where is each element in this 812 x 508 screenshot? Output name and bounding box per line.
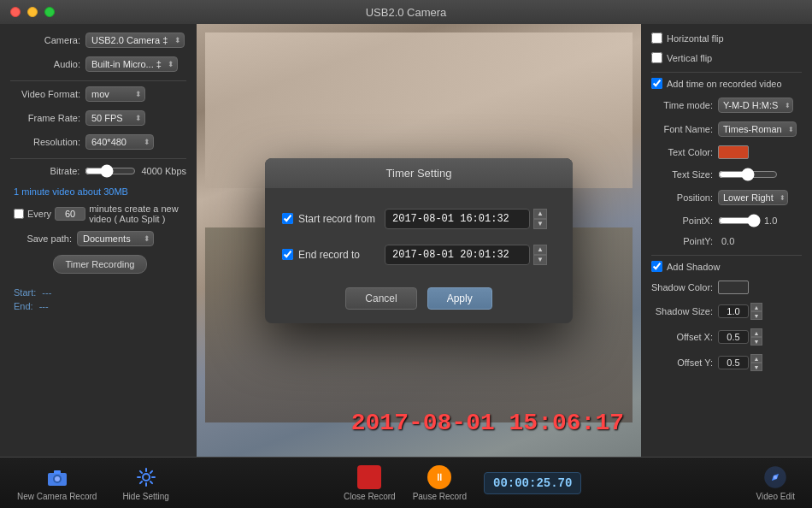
offset-x-input[interactable] — [718, 330, 749, 344]
camera-select[interactable]: USB2.0 Camera ‡ — [85, 32, 185, 48]
audio-select-wrapper[interactable]: Built-in Micro... ‡ — [85, 56, 178, 72]
start-stepper-up[interactable]: ▲ — [533, 209, 547, 219]
resolution-label: Resolution: — [10, 137, 80, 147]
resolution-select-wrapper[interactable]: 640*480 — [85, 134, 154, 150]
offset-x-stepper-wrapper: ▲ ▼ — [718, 328, 762, 346]
info-text: 1 minute video about 30MB — [10, 186, 186, 197]
audio-field-row: Audio: Built-in Micro... ‡ — [10, 56, 186, 72]
font-name-select[interactable]: Times-Roman — [718, 121, 797, 137]
text-color-label: Text Color: — [651, 147, 713, 157]
horizontal-flip-label[interactable]: Horizontal flip — [651, 32, 724, 44]
start-stepper[interactable]: ▲ ▼ — [533, 209, 547, 229]
shadow-size-down[interactable]: ▼ — [750, 311, 762, 320]
shadow-size-stepper[interactable]: ▲ ▼ — [750, 303, 762, 320]
offset-y-stepper[interactable]: ▲ ▼ — [750, 354, 762, 371]
add-shadow-label[interactable]: Add Shadow — [651, 261, 720, 272]
text-size-slider[interactable] — [718, 168, 778, 181]
every-suffix: minutes create a new video ( Auto Split … — [89, 204, 186, 224]
dialog-title: Timer Setting — [386, 167, 452, 180]
shadow-color-row: Shadow Color: — [651, 281, 802, 294]
window-controls[interactable] — [10, 7, 55, 17]
every-checkbox[interactable] — [14, 209, 24, 219]
every-row: Every minutes create a new video ( Auto … — [10, 204, 186, 224]
vertical-flip-checkbox[interactable] — [651, 52, 662, 63]
shadow-size-row: Shadow Size: ▲ ▼ — [651, 303, 802, 320]
font-name-select-wrapper[interactable]: Times-Roman — [718, 121, 797, 137]
offset-y-down[interactable]: ▼ — [750, 363, 762, 371]
position-select-wrapper[interactable]: Lower Right — [718, 190, 788, 205]
divider-1 — [10, 80, 186, 81]
left-panel: Camera: USB2.0 Camera ‡ Audio: Built-in … — [0, 24, 197, 457]
camera-select-wrapper[interactable]: USB2.0 Camera ‡ — [85, 32, 185, 48]
point-y-value: 0.0 — [721, 236, 734, 246]
time-mode-row: Time mode: Y-M-D H:M:S — [651, 97, 802, 113]
vertical-flip-label[interactable]: Vertical flip — [651, 52, 712, 63]
add-time-label[interactable]: Add time on recorded video — [651, 78, 782, 89]
end-stepper[interactable]: ▲ ▼ — [533, 245, 547, 265]
minimize-button[interactable] — [27, 7, 38, 17]
every-input[interactable] — [55, 207, 85, 221]
time-mode-select[interactable]: Y-M-D H:M:S — [718, 97, 793, 113]
video-format-select[interactable]: mov — [85, 86, 145, 102]
horizontal-flip-row: Horizontal flip — [651, 32, 802, 44]
start-datetime-input[interactable] — [385, 209, 530, 229]
shadow-color-swatch[interactable] — [718, 281, 749, 294]
vertical-flip-row: Vertical flip — [651, 52, 802, 63]
hide-setting-icon — [134, 465, 158, 489]
offset-x-up[interactable]: ▲ — [750, 328, 762, 337]
timer-recording-button[interactable]: Timer Recording — [53, 255, 148, 274]
new-camera-record-item[interactable]: New Camera Record — [17, 465, 97, 501]
horizontal-flip-checkbox[interactable] — [651, 32, 662, 44]
add-shadow-checkbox[interactable] — [651, 261, 662, 272]
end-record-checkbox[interactable] — [282, 249, 293, 260]
apply-button[interactable]: Apply — [427, 287, 492, 310]
text-color-row: Text Color: — [651, 145, 802, 159]
shadow-size-input[interactable] — [718, 304, 749, 318]
new-camera-record-icon — [45, 465, 69, 489]
position-select[interactable]: Lower Right — [718, 190, 788, 205]
resolution-select[interactable]: 640*480 — [85, 134, 154, 150]
camera-label: Camera: — [10, 35, 80, 45]
hide-setting-item[interactable]: Hide Setting — [122, 465, 168, 501]
video-edit-label: Video Edit — [756, 492, 795, 501]
end-stepper-down[interactable]: ▼ — [533, 255, 547, 265]
pause-record-item[interactable]: ⏸ Pause Record — [413, 465, 467, 501]
audio-select[interactable]: Built-in Micro... ‡ — [85, 56, 178, 72]
add-time-checkbox[interactable] — [651, 78, 662, 89]
bitrate-slider[interactable] — [85, 164, 136, 178]
point-x-slider[interactable] — [718, 214, 761, 227]
point-y-label: PointY: — [651, 236, 713, 246]
start-stepper-down[interactable]: ▼ — [533, 219, 547, 229]
end-stepper-up[interactable]: ▲ — [533, 245, 547, 255]
save-path-select-wrapper[interactable]: Documents — [77, 231, 154, 246]
settings-icon — [134, 465, 158, 489]
pause-record-icon: ⏸ — [427, 465, 451, 489]
close-record-label: Close Record — [344, 492, 396, 501]
video-edit-item[interactable]: Video Edit — [756, 465, 795, 501]
video-format-label: Video Format: — [10, 89, 80, 99]
frame-rate-select-wrapper[interactable]: 50 FPS — [85, 110, 145, 126]
point-x-row: PointX: 1.0 — [651, 214, 802, 227]
offset-x-down[interactable]: ▼ — [750, 337, 762, 346]
cancel-button[interactable]: Cancel — [345, 287, 416, 310]
shadow-size-up[interactable]: ▲ — [750, 303, 762, 311]
end-datetime-input[interactable] — [385, 245, 530, 265]
offset-y-up[interactable]: ▲ — [750, 354, 762, 363]
time-mode-select-wrapper[interactable]: Y-M-D H:M:S — [718, 97, 793, 113]
close-button[interactable] — [10, 7, 21, 17]
frame-rate-label: Frame Rate: — [10, 113, 80, 123]
toolbar-center-group: Close Record ⏸ Pause Record 00:00:25.70 — [344, 465, 581, 501]
frame-rate-select[interactable]: 50 FPS — [85, 110, 145, 126]
close-record-item[interactable]: Close Record — [344, 465, 396, 501]
dialog-titlebar: Timer Setting — [265, 158, 573, 188]
start-record-checkbox-label[interactable]: Start record from — [282, 213, 385, 225]
offset-y-input[interactable] — [718, 356, 749, 369]
end-record-checkbox-label[interactable]: End record to — [282, 249, 385, 261]
offset-x-stepper[interactable]: ▲ ▼ — [750, 328, 762, 346]
text-color-swatch[interactable] — [718, 145, 749, 159]
pause-icon: ⏸ — [427, 465, 451, 489]
video-format-select-wrapper[interactable]: mov — [85, 86, 145, 102]
save-path-select[interactable]: Documents — [77, 231, 154, 246]
start-record-checkbox[interactable] — [282, 213, 293, 224]
maximize-button[interactable] — [44, 7, 55, 17]
